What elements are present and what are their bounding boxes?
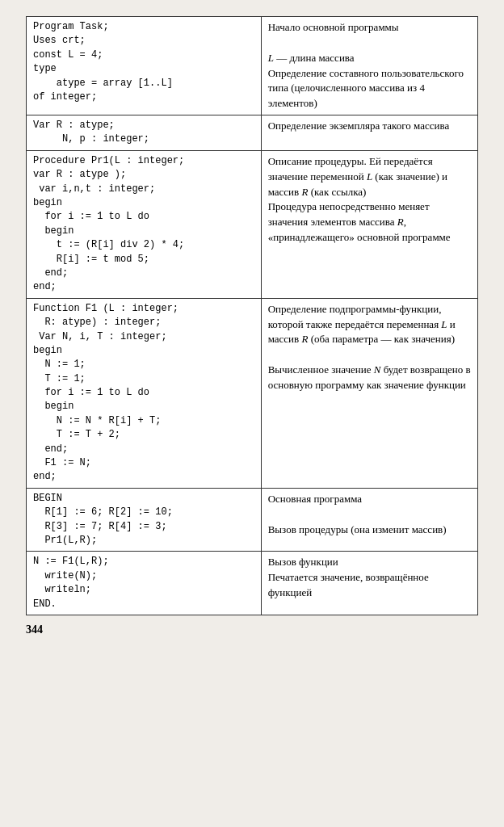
page-container: Program Task; Uses crt; const L = 4; typ… xyxy=(26,16,478,636)
page-number: 344 xyxy=(26,623,478,636)
code-cell-1: Program Task; Uses crt; const L = 4; typ… xyxy=(27,17,262,115)
desc-cell-2: Определение экземпляра такого массива xyxy=(261,115,477,151)
table-row: Procedure Pr1(L : integer; var R : atype… xyxy=(27,150,478,298)
table-row: BEGIN R[1] := 6; R[2] := 10; R[3] := 7; … xyxy=(27,488,478,552)
desc-cell-1: Начало основной программыL — длина масси… xyxy=(261,17,477,115)
code-cell-5: BEGIN R[1] := 6; R[2] := 10; R[3] := 7; … xyxy=(27,488,262,552)
code-cell-3: Procedure Pr1(L : integer; var R : atype… xyxy=(27,150,262,298)
desc-cell-4: Определение подпрограм­мы-функции, котор… xyxy=(261,298,477,488)
code-cell-4: Function F1 (L : integer; R: atype) : in… xyxy=(27,298,262,488)
table-row: Program Task; Uses crt; const L = 4; typ… xyxy=(27,17,478,115)
table-row: Var R : atype; N, p : integer; Определен… xyxy=(27,115,478,151)
code-cell-2: Var R : atype; N, p : integer; xyxy=(27,115,262,151)
desc-cell-3: Описание процедуры. Ей передаётся значен… xyxy=(261,150,477,298)
table-row: Function F1 (L : integer; R: atype) : in… xyxy=(27,298,478,488)
desc-cell-5: Основная программаВызов процедуры (она и… xyxy=(261,488,477,552)
table-row: N := F1(L,R); write(N); writeln; END. Вы… xyxy=(27,552,478,615)
code-cell-6: N := F1(L,R); write(N); writeln; END. xyxy=(27,552,262,615)
desc-cell-6: Вызов функцииПечатается значение, воз­вр… xyxy=(261,552,477,615)
desc-l-label: L — длина массива xyxy=(268,52,355,64)
main-table: Program Task; Uses crt; const L = 4; typ… xyxy=(26,16,478,615)
